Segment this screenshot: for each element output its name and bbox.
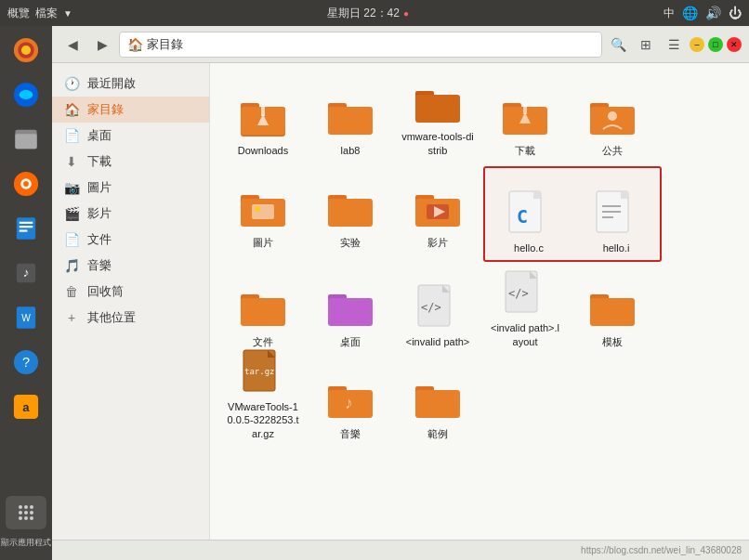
dock-writer[interactable]: W [6, 297, 46, 338]
network-icon[interactable]: 🌐 [682, 6, 698, 20]
svg-point-28 [19, 516, 22, 520]
sidebar-item-other[interactable]: + 其他位置 [52, 305, 209, 331]
svg-point-24 [30, 505, 33, 509]
dock-thunderbird[interactable] [6, 74, 46, 115]
svg-rect-36 [328, 107, 373, 135]
close-button[interactable]: ✕ [727, 37, 742, 52]
file-item-shiyan[interactable]: 实验 [309, 166, 392, 254]
forward-button[interactable]: ▶ [89, 32, 115, 58]
sidebar-label-recent: 最近開啟 [87, 75, 136, 92]
svg-point-44 [608, 111, 617, 121]
svg-rect-41 [523, 105, 527, 114]
statusbar: https://blog.csdn.net/wei_lin_43680028 [52, 540, 749, 560]
c-file-icon: C [505, 189, 553, 238]
folder-icon-zhuomian [326, 283, 374, 332]
sidebar-item-downloads[interactable]: ⬇ 下載 [52, 149, 209, 175]
topbar-left: 概覽 檔案 ▼ [7, 6, 72, 21]
file-item-lab8[interactable]: lab8 [309, 74, 392, 163]
sidebar-item-pictures[interactable]: 📷 圖片 [52, 175, 209, 201]
lang-label[interactable]: 中 [664, 6, 675, 21]
folder-icon-gonggong [588, 92, 637, 140]
sidebar-item-documents[interactable]: 📄 文件 [52, 227, 209, 253]
file-item-yingpian[interactable]: 影片 [396, 166, 480, 254]
sidebar-label-desktop: 桌面 [87, 127, 112, 144]
minimize-button[interactable]: – [690, 37, 704, 52]
volume-icon[interactable]: 🔊 [705, 6, 721, 20]
svg-rect-68 [328, 298, 373, 326]
file-item-hello-c[interactable]: C hello.c [487, 170, 571, 258]
file-label-shiyan: 实验 [340, 236, 361, 249]
file-item-vmware-tools[interactable]: vmware-tools-distrib [396, 74, 480, 163]
file-label-yinyue: 音樂 [340, 427, 361, 440]
folder-icon-fanli [414, 375, 462, 423]
file-item-vmware-tar[interactable]: tar.gz VMwareTools-10.0.5-3228253.tar.gz [221, 358, 305, 446]
trash-icon: 🗑 [63, 284, 80, 299]
file-item-tupian[interactable]: 圖片 [221, 166, 305, 254]
file-item-yinyue[interactable]: ♪ 音樂 [309, 358, 392, 446]
svg-rect-13 [20, 229, 28, 231]
search-button[interactable]: 🔍 [606, 33, 630, 57]
music-icon: 🎵 [63, 258, 80, 273]
folder-icon-wenjian [239, 283, 287, 332]
breadcrumb-label: 家目錄 [147, 36, 183, 53]
file-menu-label[interactable]: 檔案 [35, 6, 58, 21]
svg-rect-47 [252, 204, 274, 219]
power-icon[interactable]: ⏻ [729, 6, 742, 20]
dock-amazon[interactable]: a [6, 386, 46, 427]
folder-icon-downloads [239, 92, 287, 140]
file-item-moban[interactable]: 模板 [571, 266, 654, 354]
dock-files[interactable] [6, 119, 46, 160]
sidebar-item-music[interactable]: 🎵 音樂 [52, 253, 209, 279]
svg-text:</>: </> [508, 287, 529, 300]
file-item-invalid2[interactable]: </> <invalid path>.layout [483, 266, 567, 354]
file-label-xiazai: 下載 [515, 144, 535, 157]
svg-point-25 [19, 511, 22, 514]
dock-music2[interactable]: ♪ [6, 253, 46, 293]
menu-button[interactable]: ☰ [662, 33, 686, 57]
file-item-fanli[interactable]: 範例 [396, 358, 480, 446]
file-manager: ◀ ▶ 🏠 家目錄 🔍 ⊞ ☰ – □ ✕ 🕐 最近開啟 [52, 26, 749, 560]
svg-rect-34 [261, 107, 265, 116]
svg-point-2 [21, 46, 31, 55]
dock: ♪ W ? a [0, 26, 52, 560]
sidebar-item-recent[interactable]: 🕐 最近開啟 [52, 71, 209, 97]
sidebar-item-videos[interactable]: 🎬 影片 [52, 201, 209, 227]
view-toggle-button[interactable]: ⊞ [634, 33, 658, 57]
content-area: 🕐 最近開啟 🏠 家目錄 📄 桌面 ⬇ 下載 📷 圖片 [52, 63, 749, 540]
svg-point-27 [30, 511, 33, 514]
file-item-gonggong[interactable]: 公共 [571, 74, 654, 163]
file-item-invalid1[interactable]: </> <invalid path> [396, 266, 480, 354]
file-item-wenjian[interactable]: 文件 [221, 266, 305, 354]
dock-help[interactable]: ? [6, 342, 46, 383]
file-label-yingpian: 影片 [427, 236, 448, 249]
downloads-icon: ⬇ [63, 154, 80, 169]
dock-music[interactable] [6, 163, 46, 204]
file-item-downloads[interactable]: Downloads [221, 74, 305, 163]
dock-firefox[interactable] [6, 30, 46, 71]
back-button[interactable]: ◀ [59, 32, 85, 58]
file-label-tupian: 圖片 [253, 236, 273, 249]
file-label-invalid2: <invalid path>.layout [489, 321, 561, 348]
dock-libreoffice[interactable] [6, 208, 46, 249]
sidebar-item-desktop[interactable]: 📄 桌面 [52, 123, 209, 149]
overview-label[interactable]: 概覽 [7, 6, 30, 21]
folder-icon-vmware [414, 82, 462, 126]
file-item-hello-i[interactable]: hello.i [574, 170, 658, 258]
svg-text:W: W [21, 313, 31, 323]
dropdown-icon: ▼ [63, 8, 72, 19]
svg-point-22 [19, 505, 22, 509]
folder-icon-yinyue: ♪ [326, 375, 374, 423]
svg-rect-57 [533, 191, 541, 199]
file-label-hello-c: hello.c [514, 241, 544, 254]
topbar-right: 中 🌐 🔊 ⏻ [664, 6, 742, 21]
file-item-zhuomian[interactable]: 桌面 [309, 266, 392, 354]
maximize-button[interactable]: □ [708, 37, 723, 52]
folder-icon-yingpian [414, 184, 462, 232]
sidebar-label-home: 家目錄 [87, 101, 124, 118]
sidebar-item-trash[interactable]: 🗑 回收筒 [52, 279, 209, 305]
sidebar-label-other: 其他位置 [87, 309, 136, 326]
sidebar-item-home[interactable]: 🏠 家目錄 [52, 97, 209, 123]
documents-icon: 📄 [63, 232, 80, 247]
file-item-xiazai[interactable]: 下載 [483, 74, 567, 163]
show-apps-button[interactable] [6, 496, 46, 529]
